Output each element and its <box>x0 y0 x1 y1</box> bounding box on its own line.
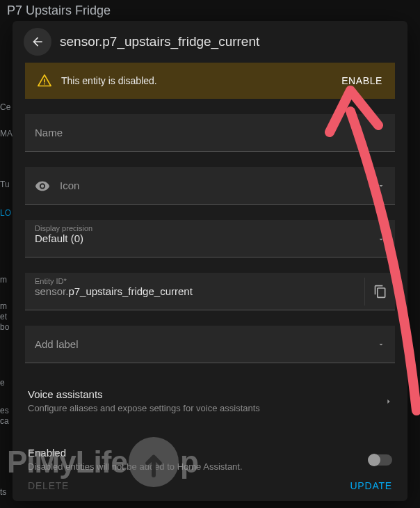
enable-button[interactable]: ENABLE <box>341 75 382 86</box>
back-button[interactable] <box>24 28 51 56</box>
banner-text: This entity is disabled. <box>61 75 332 86</box>
disabled-banner: This entity is disabled. ENABLE <box>25 63 395 99</box>
name-field-label: Name <box>35 127 63 138</box>
entity-id-label: Entity ID* <box>35 277 67 285</box>
chevron-down-icon <box>377 340 385 349</box>
enabled-toggle[interactable] <box>369 454 392 466</box>
name-field[interactable]: Name <box>25 114 395 152</box>
entity-settings-modal: sensor.p7_upstairs_fridge_current This e… <box>13 21 407 501</box>
display-precision-label: Display precision <box>35 224 92 232</box>
back-arrow-icon <box>31 35 45 49</box>
add-label-field[interactable]: Add label <box>25 326 395 363</box>
entity-id-value: sensor.p7_upstairs_fridge_current <box>35 285 193 297</box>
copy-entity-id-button[interactable] <box>364 278 395 305</box>
display-precision-field[interactable]: Display precision Default (0) <box>25 220 395 257</box>
copy-icon <box>373 285 387 299</box>
voice-assistants-desc: Configure aliases and expose settings fo… <box>28 403 375 415</box>
icon-field[interactable]: Icon <box>25 167 395 205</box>
update-button[interactable]: UPDATE <box>350 480 392 491</box>
entity-id-field[interactable]: Entity ID* sensor.p7_upstairs_fridge_cur… <box>25 273 395 310</box>
voice-assistants-title: Voice assistants <box>28 388 375 400</box>
watermark: PiMyLife p <box>7 437 198 487</box>
eye-icon <box>35 178 50 193</box>
add-label-text: Add label <box>35 338 79 350</box>
watermark-logo-icon <box>129 437 179 487</box>
background-page-title: P7 Upstairs Fridge <box>7 3 111 18</box>
chevron-right-icon <box>385 396 392 407</box>
voice-assistants-row[interactable]: Voice assistants Configure aliases and e… <box>25 379 395 424</box>
svg-rect-0 <box>44 79 45 83</box>
warning-icon <box>38 74 51 88</box>
display-precision-value: Default (0) <box>35 232 83 244</box>
modal-title: sensor.p7_upstairs_fridge_current <box>60 34 259 49</box>
chevron-down-icon <box>377 235 385 244</box>
icon-field-label: Icon <box>60 180 79 191</box>
svg-rect-1 <box>44 84 45 85</box>
chevron-down-icon <box>377 182 385 190</box>
modal-header: sensor.p7_upstairs_fridge_current <box>13 21 407 63</box>
modal-body[interactable]: This entity is disabled. ENABLE Name Ico… <box>13 63 407 470</box>
